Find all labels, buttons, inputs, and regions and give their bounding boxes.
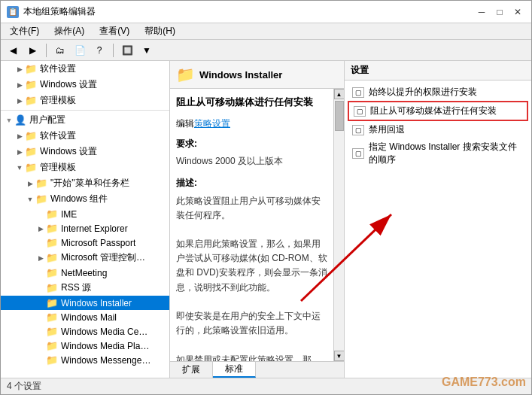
close-button[interactable]: ✕: [510, 5, 525, 19]
tree-item-ie[interactable]: ▶ 📁 Internet Explorer: [1, 221, 169, 235]
expand-user-config: ▼: [4, 117, 14, 124]
main-window: 📋 本地组策略编辑器 ─ □ ✕ 文件(F) 操作(A) 查看(V) 帮助(H)…: [0, 0, 532, 395]
settings-item-3[interactable]: ▢ 指定 Windows Installer 搜索安装文件的顺序: [348, 138, 528, 169]
user-config-icon: 👤: [14, 114, 26, 126]
edit-label: 编辑: [176, 118, 194, 129]
tree-item-ime[interactable]: ▶ 📁 IME: [1, 207, 169, 221]
tree-item-windows-messenger[interactable]: ▶ 📁 Windows Messenge…: [1, 353, 169, 367]
window-controls: ─ □ ✕: [474, 5, 525, 19]
tree-label-user-software: 软件设置: [40, 129, 76, 142]
edit-policy-line: 编辑策略设置: [176, 117, 327, 131]
title-bar: 📋 本地组策略编辑器 ─ □ ✕: [1, 1, 531, 23]
tree-label-windows-mail: Windows Mail: [61, 312, 117, 323]
help-button[interactable]: ?: [90, 42, 108, 59]
show-hide-button[interactable]: 🗂: [51, 42, 69, 59]
requirement-label: 要求:: [176, 137, 327, 151]
tree-item-ms-mgmt[interactable]: ▶ 📁 Microsoft 管理控制…: [1, 250, 169, 266]
tree-item-start-taskbar[interactable]: ▶ 📁 "开始"菜单和任务栏: [1, 175, 169, 191]
tree-label-windows-messenger: Windows Messenge…: [61, 355, 150, 366]
expand-windows-comp: ▼: [25, 196, 35, 203]
tab-standard[interactable]: 标准: [213, 362, 256, 378]
tree-item-windows-installer[interactable]: ▶ 📁 Windows Installer: [1, 296, 169, 310]
tree-item-windows-media-ce[interactable]: ▶ 📁 Windows Media Ce…: [1, 324, 169, 339]
menu-action[interactable]: 操作(A): [48, 23, 90, 39]
new-window-button[interactable]: 🔲: [118, 42, 136, 59]
folder-icon: 📁: [46, 326, 58, 337]
tree-item-rss[interactable]: ▶ 📁 RSS 源: [1, 280, 169, 296]
tree-item-user-windows[interactable]: ▶ 📁 Windows 设置: [1, 144, 169, 160]
tree-label-ime: IME: [61, 209, 77, 220]
main-content: ▶ 📁 软件设置 ▶ 📁 Windows 设置 ▶ 📁 管理模板 ▼ 👤: [1, 61, 531, 378]
requirement-value: Windows 2000 及以上版本: [176, 154, 327, 169]
scroll-up-arrow[interactable]: ▲: [334, 89, 345, 99]
status-bar: 4 个设置: [1, 378, 531, 394]
expand-ie: ▶: [35, 225, 46, 232]
settings-icon-1: ▢: [354, 106, 366, 117]
menu-view[interactable]: 查看(V): [93, 23, 135, 39]
settings-item-0[interactable]: ▢ 始终以提升的权限进行安装: [348, 84, 528, 101]
filter-button[interactable]: ▼: [138, 42, 156, 59]
tree-label-windows-media-pla: Windows Media Pla…: [61, 341, 149, 351]
middle-scrollbar[interactable]: ▲ ▼: [333, 89, 344, 361]
folder-icon: 📁: [35, 193, 47, 205]
tabs-bar: 扩展 标准: [170, 361, 344, 378]
tree-label-user-admin: 管理模板: [40, 161, 76, 174]
menu-file[interactable]: 文件(F): [4, 23, 45, 39]
middle-body: 阻止从可移动媒体进行任何安装 编辑策略设置 要求: Windows 2000 及…: [170, 89, 333, 361]
tree-item-windows-settings[interactable]: ▶ 📁 Windows 设置: [1, 77, 169, 93]
tree-item-windows-comp[interactable]: ▼ 📁 Windows 组件: [1, 191, 169, 207]
forward-button[interactable]: ▶: [23, 42, 41, 59]
menu-bar: 文件(F) 操作(A) 查看(V) 帮助(H): [1, 23, 531, 40]
scroll-thumb[interactable]: [335, 101, 344, 131]
folder-icon: 📁: [46, 252, 58, 263]
scroll-down-arrow[interactable]: ▼: [334, 351, 345, 361]
back-button[interactable]: ◀: [4, 42, 22, 59]
folder-icon: 📁: [46, 208, 58, 220]
middle-header: 📁 Windows Installer: [170, 61, 344, 89]
folder-icon: 📁: [46, 223, 58, 234]
policy-title: 阻止从可移动媒体进行任何安装: [176, 95, 327, 111]
minimize-button[interactable]: ─: [474, 5, 489, 19]
tree-label-ms-mgmt: Microsoft 管理控制…: [61, 251, 145, 264]
folder-icon: 📁: [46, 297, 58, 308]
toolbar: ◀ ▶ 🗂 📄 ? 🔲 ▼: [1, 40, 531, 61]
folder-icon: 📁: [46, 282, 58, 293]
tree-label-windows-comp: Windows 组件: [50, 193, 108, 205]
expand-software: ▶: [14, 65, 25, 73]
tree-label-windows-media-ce: Windows Media Ce…: [61, 327, 147, 337]
policy-link[interactable]: 策略设置: [194, 118, 230, 129]
tree-label-windows-settings: Windows 设置: [40, 78, 97, 91]
expand-user-windows: ▶: [14, 148, 25, 156]
tree-item-windows-media-pla[interactable]: ▶ 📁 Windows Media Pla…: [1, 339, 169, 353]
properties-button[interactable]: 📄: [71, 42, 89, 59]
tree-item-ms-passport[interactable]: ▶ 📁 Microsoft Passport: [1, 235, 169, 250]
folder-icon: 📁: [25, 146, 37, 157]
tree-item-user-software[interactable]: ▶ 📁 软件设置: [1, 128, 169, 144]
tree-item-user-admin[interactable]: ▼ 📁 管理模板: [1, 160, 169, 175]
tree-item-windows-mail[interactable]: ▶ 📁 Windows Mail: [1, 310, 169, 324]
description-text: 此策略设置阻止用户从可移动媒体安装任何程序。 如果启用此策略设置，那么，如果用户…: [176, 194, 327, 361]
tree-label-admin: 管理模板: [40, 94, 76, 107]
title-left: 📋 本地组策略编辑器: [7, 5, 96, 18]
tree-item-admin-templates[interactable]: ▶ 📁 管理模板: [1, 93, 169, 108]
maximize-button[interactable]: □: [492, 5, 507, 19]
tree-panel: ▶ 📁 软件设置 ▶ 📁 Windows 设置 ▶ 📁 管理模板 ▼ 👤: [1, 61, 170, 378]
settings-label-3: 指定 Windows Installer 搜索安装文件的顺序: [369, 141, 524, 166]
tree-item-software-settings[interactable]: ▶ 📁 软件设置: [1, 61, 169, 77]
settings-icon-2: ▢: [352, 125, 364, 135]
tree-label-rss: RSS 源: [61, 281, 91, 294]
expand-admin: ▶: [14, 97, 25, 105]
settings-item-1[interactable]: ▢ 阻止从可移动媒体进行任何安装: [348, 101, 528, 121]
tab-extend[interactable]: 扩展: [170, 362, 213, 378]
expand-start: ▶: [25, 180, 35, 187]
settings-item-2[interactable]: ▢ 禁用回退: [348, 121, 528, 138]
tree-item-user-config[interactable]: ▼ 👤 用户配置: [1, 112, 169, 128]
tree-label-ms-passport: Microsoft Passport: [61, 238, 135, 248]
tree-label-netmeeting: NetMeeting: [61, 268, 107, 278]
menu-help[interactable]: 帮助(H): [138, 23, 181, 39]
tree-label-user-config: 用户配置: [29, 114, 65, 126]
middle-folder-icon: 📁: [176, 65, 195, 84]
toolbar-separator-2: [113, 44, 114, 57]
middle-header-title: Windows Installer: [199, 69, 282, 81]
tree-item-netmeeting[interactable]: ▶ 📁 NetMeeting: [1, 266, 169, 280]
